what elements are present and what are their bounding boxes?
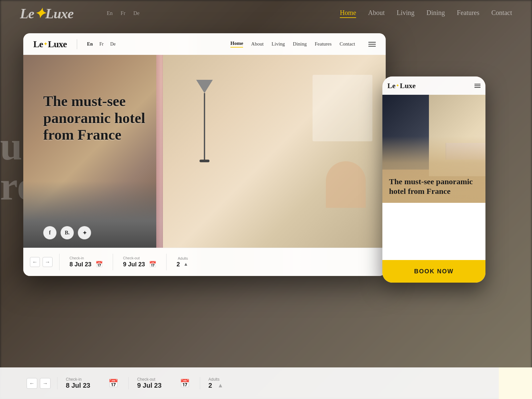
lamp-decoration (196, 80, 213, 162)
adults-up-icon[interactable]: ▲ (183, 261, 189, 268)
desktop-hero-text: The must-see panoramic hotel from France (43, 93, 170, 144)
bottom-checkout-label: Check-out (137, 377, 161, 382)
lang-de[interactable]: De (110, 42, 115, 47)
desktop-hero-title: The must-see panoramic hotel from France (43, 93, 170, 144)
bg-nav-home: Home (340, 9, 356, 18)
booking-icon[interactable]: B. (61, 226, 74, 239)
booking-next-btn[interactable]: → (43, 257, 53, 267)
bottom-checkin-value: 8 Jul 23 (66, 382, 90, 389)
checkin-label: Check-in (69, 256, 103, 260)
mobile-logo-stars-icon: ✦ (396, 83, 399, 88)
facebook-icon[interactable]: f (43, 226, 57, 239)
lang-fr[interactable]: Fr (99, 42, 103, 47)
lang-en[interactable]: En (87, 42, 93, 47)
desktop-mockup: Le ✦ Luxe En Fr De Home About Living Din… (23, 33, 386, 276)
desktop-lang-links: En Fr De (87, 42, 116, 47)
bg-nav-contact: Contact (491, 9, 512, 18)
mobile-hero-text-overlay: The must-see panoramic hotel from France (382, 136, 485, 203)
checkout-calendar-icon: 📅 (149, 261, 156, 268)
bg-logo: Le✦Luxe (20, 5, 73, 22)
desktop-booking-bar: ← → Check-in 8 Jul 23 📅 Check-out 9 Jul … (23, 248, 386, 276)
checkin-value[interactable]: 8 Jul 23 (69, 261, 91, 268)
bottom-booking-bar: ← → Check-in 8 Jul 23 📅 Check-out 9 Jul … (0, 367, 532, 399)
bottom-checkout-value: 9 Jul 23 (137, 382, 161, 389)
booking-nav-buttons: ← → (30, 257, 53, 267)
desktop-logo-stars-icon: ✦ (44, 42, 47, 47)
bottom-adults-field: Adults 2 ▲ (200, 377, 232, 389)
lang-divider (77, 39, 77, 49)
desktop-nav-links: Home About Living Dining Features Contac… (230, 41, 355, 48)
adults-count: 2 (177, 261, 180, 268)
hamburger-menu-icon[interactable] (368, 42, 376, 47)
desktop-logo: Le ✦ Luxe (33, 39, 67, 50)
lamp-shade (196, 80, 213, 93)
bottom-adults-value: 2 (208, 382, 212, 389)
bg-nav-living: Living (397, 9, 414, 18)
bottom-nav-buttons: ← → (27, 378, 51, 389)
booking-divider-3 (166, 254, 167, 270)
nav-about[interactable]: About (251, 41, 264, 47)
mobile-hamburger-icon[interactable] (474, 84, 480, 88)
bottom-prev-btn[interactable]: ← (27, 378, 37, 389)
bg-nav-dining: Dining (426, 9, 445, 18)
mobile-book-now-button[interactable]: BOOK NOW (382, 260, 485, 283)
mobile-nav: Le ✦ Luxe (382, 76, 485, 95)
tripadvisor-icon[interactable]: ✦ (78, 226, 91, 239)
bottom-adults-up-icon[interactable]: ▲ (217, 382, 223, 389)
bottom-checkin-label: Check-in (66, 377, 90, 382)
chair-element (326, 161, 366, 208)
checkout-value[interactable]: 9 Jul 23 (123, 261, 145, 268)
hero-room-left (23, 55, 163, 248)
mobile-book-now-label: BOOK NOW (414, 268, 454, 275)
desktop-nav: Le ✦ Luxe En Fr De Home About Living Din… (23, 33, 386, 55)
bottom-checkin-field: Check-in 8 Jul 23 (57, 377, 98, 389)
bottom-checkout-field: Check-out 9 Jul 23 (128, 377, 170, 389)
bottom-checkout-calendar-icon: 📅 (177, 379, 193, 388)
checkout-label: Check-out (123, 256, 156, 260)
bottom-adults-label: Adults (208, 377, 223, 382)
booking-divider-1 (59, 254, 60, 270)
nav-living[interactable]: Living (272, 41, 285, 47)
bg-lang-links: En Fr De (107, 10, 140, 16)
nav-contact[interactable]: Contact (339, 41, 355, 47)
adults-control: Adults 2 ▲ (170, 256, 196, 268)
bg-nav-links: Home About Living Dining Features Contac… (340, 9, 512, 18)
booking-prev-btn[interactable]: ← (30, 257, 40, 267)
background-nav: Le✦Luxe En Fr De Home About Living Dinin… (0, 0, 532, 27)
nav-features[interactable]: Features (315, 41, 332, 47)
lamp-base (200, 160, 209, 162)
checkout-field: Check-out 9 Jul 23 📅 (116, 256, 163, 268)
window-element (313, 75, 372, 141)
bg-logo-stars: ✦ (34, 6, 45, 21)
social-icons: f B. ✦ (43, 226, 91, 239)
bottom-checkin-calendar-icon: 📅 (105, 379, 122, 388)
mobile-hero: The must-see panoramic hotel from France (382, 76, 485, 203)
adults-label: Adults (178, 256, 188, 260)
bg-nav-features: Features (457, 9, 479, 18)
mobile-mockup: The must-see panoramic hotel from France… (382, 76, 485, 283)
bottom-next-btn[interactable]: → (40, 378, 51, 389)
nav-dining[interactable]: Dining (293, 41, 307, 47)
checkin-field: Check-in 8 Jul 23 📅 (63, 256, 109, 268)
lamp-pole (204, 93, 205, 160)
nav-home[interactable]: Home (230, 41, 243, 48)
bg-nav-about: About (368, 9, 385, 18)
checkin-calendar-icon: 📅 (95, 261, 103, 268)
mobile-logo: Le ✦ Luxe (387, 81, 416, 90)
mobile-hero-title: The must-see panoramic hotel from France (389, 177, 479, 196)
booking-divider-2 (113, 254, 113, 270)
